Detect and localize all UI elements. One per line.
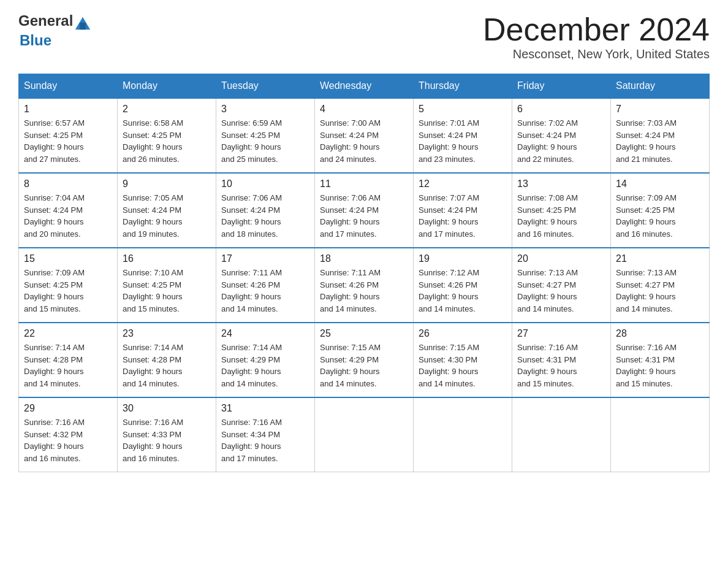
table-row: 21 Sunrise: 7:13 AM Sunset: 4:27 PM Dayl… [611,248,710,323]
day-info: Sunrise: 7:07 AM Sunset: 4:24 PM Dayligh… [419,192,507,240]
table-row: 17 Sunrise: 7:11 AM Sunset: 4:26 PM Dayl… [216,248,315,323]
table-row: 12 Sunrise: 7:07 AM Sunset: 4:24 PM Dayl… [414,173,512,248]
day-info: Sunrise: 7:06 AM Sunset: 4:24 PM Dayligh… [221,192,309,240]
day-info: Sunrise: 7:05 AM Sunset: 4:24 PM Dayligh… [123,192,211,240]
table-row: 2 Sunrise: 6:58 AM Sunset: 4:25 PM Dayli… [118,98,216,173]
day-info: Sunrise: 7:16 AM Sunset: 4:31 PM Dayligh… [616,342,704,389]
day-number: 17 [221,253,309,264]
day-number: 18 [320,253,408,264]
table-row: 5 Sunrise: 7:01 AM Sunset: 4:24 PM Dayli… [414,98,512,173]
table-row: 7 Sunrise: 7:03 AM Sunset: 4:24 PM Dayli… [611,98,710,173]
day-info: Sunrise: 7:15 AM Sunset: 4:30 PM Dayligh… [419,342,507,389]
day-number: 27 [517,328,605,339]
table-row: 10 Sunrise: 7:06 AM Sunset: 4:24 PM Dayl… [216,173,315,248]
table-row: 29 Sunrise: 7:16 AM Sunset: 4:32 PM Dayl… [19,397,118,472]
table-row: 28 Sunrise: 7:16 AM Sunset: 4:31 PM Dayl… [611,323,710,397]
day-number: 6 [517,104,605,115]
day-info: Sunrise: 7:16 AM Sunset: 4:33 PM Dayligh… [123,416,211,464]
day-info: Sunrise: 7:12 AM Sunset: 4:26 PM Dayligh… [419,267,507,315]
day-number: 21 [616,253,704,264]
calendar-week-row: 29 Sunrise: 7:16 AM Sunset: 4:32 PM Dayl… [19,397,710,472]
header-sunday: Sunday [19,74,118,99]
day-info: Sunrise: 7:13 AM Sunset: 4:27 PM Dayligh… [517,267,605,315]
day-number: 3 [221,104,309,115]
svg-marker-1 [80,23,86,29]
table-row: 18 Sunrise: 7:11 AM Sunset: 4:26 PM Dayl… [315,248,414,323]
day-info: Sunrise: 7:04 AM Sunset: 4:24 PM Dayligh… [24,192,112,240]
day-info: Sunrise: 6:58 AM Sunset: 4:25 PM Dayligh… [123,117,211,165]
header-wednesday: Wednesday [315,74,414,99]
day-number: 28 [616,328,704,339]
table-row: 20 Sunrise: 7:13 AM Sunset: 4:27 PM Dayl… [512,248,611,323]
day-number: 23 [123,328,211,339]
calendar-table: Sunday Monday Tuesday Wednesday Thursday… [18,74,710,472]
table-row: 30 Sunrise: 7:16 AM Sunset: 4:33 PM Dayl… [118,397,216,472]
table-row: 23 Sunrise: 7:14 AM Sunset: 4:28 PM Dayl… [118,323,216,397]
location-title: Nesconset, New York, United States [483,47,710,61]
day-info: Sunrise: 7:09 AM Sunset: 4:25 PM Dayligh… [24,267,112,315]
day-number: 8 [24,178,112,190]
day-info: Sunrise: 7:08 AM Sunset: 4:25 PM Dayligh… [517,192,605,240]
calendar-week-row: 22 Sunrise: 7:14 AM Sunset: 4:28 PM Dayl… [19,323,710,397]
logo-general-text: General Blue [18,12,93,49]
day-info: Sunrise: 7:16 AM Sunset: 4:31 PM Dayligh… [517,342,605,389]
table-row: 1 Sunrise: 6:57 AM Sunset: 4:25 PM Dayli… [19,98,118,173]
day-number: 26 [419,328,507,339]
page-header: General Blue December 2024 Nesconset, Ne… [18,12,710,61]
table-row: 13 Sunrise: 7:08 AM Sunset: 4:25 PM Dayl… [512,173,611,248]
day-info: Sunrise: 7:03 AM Sunset: 4:24 PM Dayligh… [616,117,704,165]
day-number: 1 [24,104,112,115]
table-row: 24 Sunrise: 7:14 AM Sunset: 4:29 PM Dayl… [216,323,315,397]
table-row: 26 Sunrise: 7:15 AM Sunset: 4:30 PM Dayl… [414,323,512,397]
day-number: 2 [123,104,211,115]
day-number: 31 [221,403,309,414]
table-row: 3 Sunrise: 6:59 AM Sunset: 4:25 PM Dayli… [216,98,315,173]
day-number: 5 [419,104,507,115]
day-number: 19 [419,253,507,264]
day-info: Sunrise: 7:11 AM Sunset: 4:26 PM Dayligh… [221,267,309,315]
day-info: Sunrise: 7:02 AM Sunset: 4:24 PM Dayligh… [517,117,605,165]
day-number: 25 [320,328,408,339]
day-number: 22 [24,328,112,339]
day-number: 30 [123,403,211,414]
table-row: 9 Sunrise: 7:05 AM Sunset: 4:24 PM Dayli… [118,173,216,248]
logo: General Blue [18,12,93,49]
day-info: Sunrise: 7:11 AM Sunset: 4:26 PM Dayligh… [320,267,408,315]
day-info: Sunrise: 7:01 AM Sunset: 4:24 PM Dayligh… [419,117,507,165]
header-thursday: Thursday [414,74,512,99]
day-info: Sunrise: 7:10 AM Sunset: 4:25 PM Dayligh… [123,267,211,315]
day-info: Sunrise: 7:06 AM Sunset: 4:24 PM Dayligh… [320,192,408,240]
table-row: 11 Sunrise: 7:06 AM Sunset: 4:24 PM Dayl… [315,173,414,248]
table-row: 8 Sunrise: 7:04 AM Sunset: 4:24 PM Dayli… [19,173,118,248]
day-info: Sunrise: 7:16 AM Sunset: 4:32 PM Dayligh… [24,416,112,464]
day-info: Sunrise: 7:00 AM Sunset: 4:24 PM Dayligh… [320,117,408,165]
day-number: 4 [320,104,408,115]
day-number: 7 [616,104,704,115]
day-info: Sunrise: 7:16 AM Sunset: 4:34 PM Dayligh… [221,416,309,464]
calendar-week-row: 15 Sunrise: 7:09 AM Sunset: 4:25 PM Dayl… [19,248,710,323]
day-info: Sunrise: 7:15 AM Sunset: 4:29 PM Dayligh… [320,342,408,389]
day-info: Sunrise: 7:13 AM Sunset: 4:27 PM Dayligh… [616,267,704,315]
day-number: 13 [517,178,605,190]
table-row: 19 Sunrise: 7:12 AM Sunset: 4:26 PM Dayl… [414,248,512,323]
table-row: 4 Sunrise: 7:00 AM Sunset: 4:24 PM Dayli… [315,98,414,173]
day-number: 14 [616,178,704,190]
table-row: 15 Sunrise: 7:09 AM Sunset: 4:25 PM Dayl… [19,248,118,323]
day-number: 29 [24,403,112,414]
header-tuesday: Tuesday [216,74,315,99]
day-number: 24 [221,328,309,339]
table-row [512,397,611,472]
day-info: Sunrise: 7:14 AM Sunset: 4:28 PM Dayligh… [24,342,112,389]
table-row: 16 Sunrise: 7:10 AM Sunset: 4:25 PM Dayl… [118,248,216,323]
table-row: 6 Sunrise: 7:02 AM Sunset: 4:24 PM Dayli… [512,98,611,173]
table-row: 25 Sunrise: 7:15 AM Sunset: 4:29 PM Dayl… [315,323,414,397]
header-friday: Friday [512,74,611,99]
day-info: Sunrise: 7:09 AM Sunset: 4:25 PM Dayligh… [616,192,704,240]
day-number: 16 [123,253,211,264]
header-saturday: Saturday [611,74,710,99]
month-title: December 2024 [483,12,710,47]
table-row [611,397,710,472]
table-row: 14 Sunrise: 7:09 AM Sunset: 4:25 PM Dayl… [611,173,710,248]
calendar-week-row: 1 Sunrise: 6:57 AM Sunset: 4:25 PM Dayli… [19,98,710,173]
header-monday: Monday [118,74,216,99]
